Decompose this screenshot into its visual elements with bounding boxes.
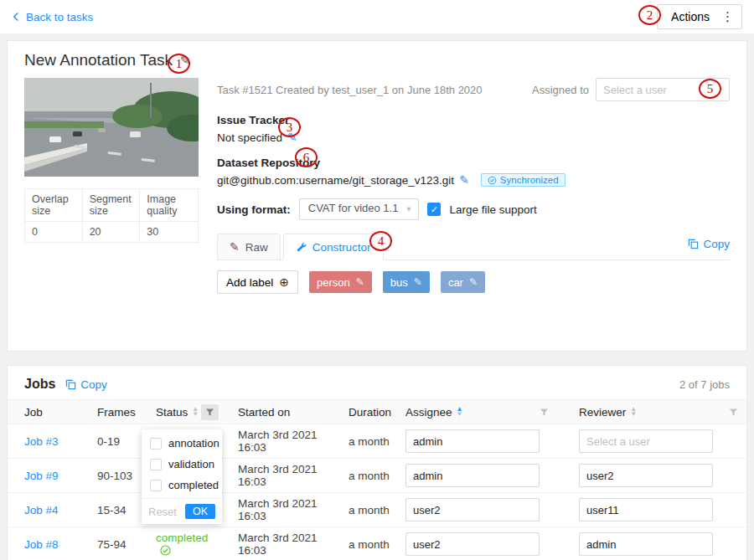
reviewer-cell	[557, 429, 746, 453]
label-chip-name: car	[448, 276, 463, 289]
chevron-down-icon: ▼	[405, 205, 413, 213]
annotation-circle-5: 5	[699, 79, 721, 99]
cvat-task-page: { "topbar": { "back": "Back to tasks", "…	[0, 0, 754, 560]
actions-label: Actions	[671, 10, 710, 23]
jobs-copy-button[interactable]: Copy	[65, 378, 107, 391]
assignee-cell	[390, 464, 557, 487]
column-reviewer-label: Reviewer	[579, 406, 626, 419]
duration-cell: a month	[333, 470, 390, 482]
label-chip-name: person	[317, 276, 350, 289]
assignee-input[interactable]	[405, 464, 540, 487]
copy-icon	[688, 239, 699, 249]
params-value-row: 02030	[25, 222, 198, 242]
status-filter-dropdown: annotation validation completed Reset OK	[142, 429, 222, 524]
annotation-circle-2: 2	[638, 5, 661, 25]
more-vertical-icon: ⋮	[721, 9, 734, 24]
edit-repository-icon[interactable]: ✎	[459, 173, 469, 187]
sync-status-label: Synchronized	[500, 175, 559, 185]
check-circle-icon	[160, 545, 171, 556]
param-header-cell: Overlap size	[25, 189, 83, 222]
job-link[interactable]: Job #9	[8, 470, 81, 482]
checkbox-icon[interactable]	[150, 459, 162, 470]
actions-button[interactable]: Actions ⋮	[657, 4, 742, 29]
reviewer-input[interactable]	[579, 532, 713, 556]
reviewer-cell	[557, 464, 746, 487]
param-header-cell: Image quality	[140, 189, 198, 222]
filter-ok-button[interactable]: OK	[185, 504, 215, 519]
edit-label-icon[interactable]: ✎	[469, 276, 478, 288]
dataset-repository-label: Dataset Repository	[217, 157, 730, 169]
back-link-label: Back to tasks	[26, 11, 93, 23]
reviewer-input[interactable]	[579, 498, 713, 521]
reviewer-cell	[557, 532, 746, 556]
label-chips: person ✎ bus ✎ car ✎	[309, 271, 485, 293]
filter-option[interactable]: completed	[142, 475, 222, 496]
sync-status-badge[interactable]: Synchronized	[481, 173, 566, 187]
column-assignee-label: Assignee	[405, 406, 452, 419]
tab-raw[interactable]: ✎ Raw	[217, 234, 281, 260]
duration-cell: a month	[333, 435, 390, 448]
checkbox-icon[interactable]	[150, 480, 162, 491]
labels-copy-button[interactable]: Copy	[688, 238, 730, 255]
add-label-button[interactable]: Add label ⊕	[217, 270, 298, 294]
reviewer-sort-icon[interactable]: ▲▼	[630, 407, 637, 417]
assignee-input[interactable]	[405, 429, 540, 453]
jobs-title: Jobs	[24, 377, 55, 392]
param-header-cell: Segment size	[83, 189, 141, 222]
assignee-input[interactable]	[405, 532, 540, 556]
format-select[interactable]: CVAT for video 1.1 ▼	[299, 198, 420, 220]
reviewer-input[interactable]	[579, 464, 713, 487]
label-chip[interactable]: car ✎	[441, 271, 485, 293]
column-job: Job	[8, 406, 81, 419]
large-file-checkbox[interactable]: ✓	[427, 203, 441, 216]
label-chip[interactable]: bus ✎	[383, 271, 430, 293]
checkbox-icon[interactable]	[150, 438, 162, 450]
duration-cell: a month	[333, 504, 390, 516]
filter-option[interactable]: annotation	[142, 433, 222, 454]
edit-label-icon[interactable]: ✎	[356, 276, 364, 288]
started-cell: March 3rd 2021 16:03	[224, 429, 333, 454]
filter-option[interactable]: validation	[142, 454, 222, 475]
frames-cell: 90-103	[81, 470, 140, 482]
params-header-row: Overlap sizeSegment sizeImage quality	[25, 189, 198, 222]
plus-circle-icon: ⊕	[279, 275, 289, 289]
assignee-cell	[390, 498, 557, 521]
column-started: Started on	[224, 406, 333, 419]
back-to-tasks-link[interactable]: Back to tasks	[12, 11, 93, 23]
reviewer-filter-icon[interactable]	[729, 408, 738, 417]
status-sort-icon[interactable]: ▲▼	[192, 407, 199, 417]
column-status-label: Status	[156, 406, 188, 419]
status-filter-icon[interactable]	[201, 404, 219, 420]
job-link[interactable]: Job #8	[8, 538, 81, 551]
assignee-cell	[390, 429, 557, 453]
job-link[interactable]: Job #4	[8, 504, 81, 516]
task-params-table: Overlap sizeSegment sizeImage quality 02…	[24, 188, 199, 243]
annotation-circle-4: 4	[369, 231, 392, 251]
annotation-circle-3: 3	[278, 117, 301, 137]
started-cell: March 3rd 2021 16:03	[224, 497, 333, 522]
filter-reset-button[interactable]: Reset	[148, 506, 177, 518]
edit-label-icon[interactable]: ✎	[414, 276, 422, 288]
tab-raw-label: Raw	[245, 241, 268, 254]
pencil-icon: ✎	[230, 240, 240, 254]
repository-url: git@github.com:username/git_storage_v123…	[217, 174, 454, 187]
jobs-copy-label: Copy	[80, 378, 107, 391]
frames-cell: 0-19	[81, 435, 140, 448]
duration-cell: a month	[333, 538, 390, 551]
tab-constructor-label: Constructor	[312, 241, 371, 254]
tab-constructor[interactable]: Constructor	[283, 234, 384, 260]
label-chip[interactable]: person ✎	[309, 271, 372, 293]
assignee-cell	[390, 532, 557, 556]
assignee-filter-icon[interactable]	[540, 408, 549, 417]
annotation-circle-6: 6	[295, 147, 318, 167]
format-label: Using format:	[217, 203, 291, 216]
column-frames: Frames	[81, 406, 140, 419]
job-link[interactable]: Job #3	[8, 435, 81, 448]
label-constructor: Add label ⊕ person ✎ bus ✎ ca	[217, 270, 730, 294]
assignee-input[interactable]	[405, 498, 540, 521]
add-label-text: Add label	[226, 276, 273, 289]
assignee-sort-icon[interactable]: ▲▼	[457, 407, 463, 417]
jobs-count: 2 of 7 jobs	[679, 378, 730, 391]
reviewer-input[interactable]	[579, 429, 713, 453]
status-cell: completed	[140, 532, 224, 557]
